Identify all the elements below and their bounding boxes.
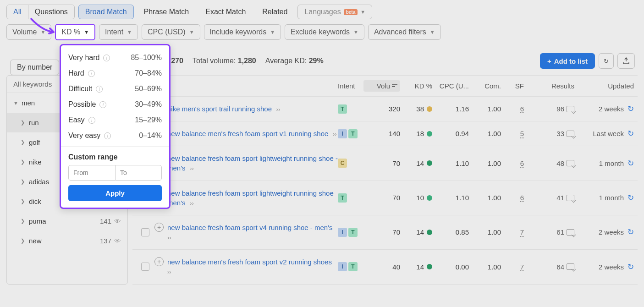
cell-sf[interactable]: 7 — [501, 228, 524, 236]
col-updated[interactable]: Updated — [574, 82, 634, 90]
chevron-right-icon: ❯ — [21, 179, 29, 185]
chevron-right-icon: ❯ — [21, 120, 29, 126]
filter-intent[interactable]: Intent▼ — [99, 24, 138, 40]
info-icon[interactable]: i — [88, 117, 95, 124]
intent-badge-I: I — [338, 129, 347, 138]
serp-icon[interactable] — [567, 160, 574, 166]
add-keyword-icon[interactable]: + — [154, 257, 164, 266]
table-row: +new balance fresh foam sport v4 running… — [132, 215, 638, 250]
filter-advanced[interactable]: Advanced filters▼ — [368, 24, 441, 40]
kd-option-label: Very hard — [68, 54, 99, 62]
cell-sf[interactable]: 6 — [501, 194, 524, 202]
refresh-icon[interactable]: ↻ — [627, 129, 634, 138]
kd-option-label: Easy — [68, 116, 85, 124]
cell-cpc: 0.00 — [432, 263, 469, 271]
apply-button[interactable]: Apply — [68, 185, 162, 201]
kd-option[interactable]: Very hardi85–100% — [61, 50, 169, 66]
col-cpc[interactable]: CPC (U... — [432, 82, 469, 90]
expand-icon: ›› — [167, 234, 171, 241]
refresh-icon[interactable]: ↻ — [627, 262, 634, 272]
cell-sf[interactable]: 6 — [501, 159, 524, 167]
col-intent[interactable]: Intent — [338, 82, 363, 90]
refresh-icon: ↻ — [604, 58, 609, 65]
serp-icon[interactable] — [567, 229, 574, 236]
col-kd[interactable]: KD % — [400, 82, 432, 90]
export-button[interactable] — [617, 53, 635, 69]
row-checkbox[interactable] — [141, 228, 149, 236]
tab-languages[interactable]: Languages beta ▼ — [297, 5, 372, 19]
keyword-link[interactable]: new balance fresh foam sport lightweight… — [167, 188, 338, 208]
tab-broad-match[interactable]: Broad Match — [78, 5, 134, 19]
cell-results: 48 — [524, 159, 574, 167]
refresh-icon[interactable]: ↻ — [627, 159, 634, 168]
row-checkbox[interactable] — [141, 263, 149, 271]
intent-badge-I: I — [338, 228, 347, 237]
expand-icon: ›› — [275, 106, 280, 113]
filter-kd[interactable]: KD %▼ — [55, 24, 95, 40]
keyword-link[interactable]: nike men's sport trail running shoe ›› — [167, 104, 280, 114]
info-icon[interactable]: i — [103, 55, 110, 61]
cell-sf[interactable]: 7 — [501, 263, 524, 271]
col-volume[interactable]: Volu — [363, 80, 400, 92]
refresh-icon[interactable]: ↻ — [627, 104, 634, 114]
kd-option[interactable]: Very easyi0–14% — [61, 128, 169, 143]
serp-icon[interactable] — [567, 263, 574, 270]
cell-intent: C — [338, 159, 363, 168]
kd-dot-icon — [427, 195, 432, 201]
keyword-link[interactable]: new balance fresh foam sport lightweight… — [167, 154, 338, 173]
info-icon[interactable]: i — [96, 86, 103, 93]
kd-option[interactable]: Possiblei30–49% — [61, 97, 169, 112]
table-row: +new balance men's fresh foam sport v2 r… — [132, 250, 638, 284]
cell-volume: 320 — [363, 105, 400, 113]
add-keyword-icon[interactable]: + — [154, 223, 164, 232]
cell-volume: 140 — [363, 130, 400, 137]
cell-com: 1.00 — [469, 194, 501, 202]
kd-dot-icon — [427, 160, 432, 166]
col-sf[interactable]: SF — [501, 82, 524, 90]
chevron-right-icon: ❯ — [21, 238, 29, 244]
refresh-icon[interactable]: ↻ — [627, 227, 634, 237]
cell-sf[interactable]: 6 — [501, 105, 524, 113]
info-icon[interactable]: i — [88, 70, 95, 77]
by-number-button[interactable]: By number — [10, 60, 59, 75]
keyword-link[interactable]: new balance men's fresh foam sport v2 ru… — [167, 257, 338, 276]
kd-to-input[interactable] — [115, 165, 162, 181]
filter-cpc[interactable]: CPC (USD)▼ — [142, 24, 200, 40]
kd-option[interactable]: Easyi15–29% — [61, 112, 169, 128]
keyword-link[interactable]: new balance fresh foam sport v4 running … — [167, 223, 338, 242]
kd-option[interactable]: Hardi70–84% — [61, 66, 169, 81]
col-com[interactable]: Com. — [469, 82, 501, 90]
sidebar-item-new[interactable]: ❯new137👁 — [7, 231, 127, 251]
cell-sf[interactable]: 5 — [501, 130, 524, 137]
serp-icon[interactable] — [567, 131, 574, 137]
kd-from-input[interactable] — [68, 165, 115, 181]
chevron-down-icon: ▼ — [360, 9, 365, 15]
kd-option-range: 70–84% — [135, 69, 162, 77]
refresh-icon[interactable]: ↻ — [627, 193, 634, 203]
kd-option[interactable]: Difficulti50–69% — [61, 81, 169, 97]
chevron-down-icon: ▼ — [430, 29, 435, 35]
cell-results: 96 — [524, 105, 574, 113]
col-results[interactable]: Results — [524, 82, 574, 90]
filter-include[interactable]: Include keywords▼ — [204, 24, 281, 40]
sidebar-item-puma[interactable]: ❯puma141👁 — [7, 211, 127, 231]
cell-intent: IT — [338, 228, 363, 237]
serp-icon[interactable] — [567, 106, 574, 112]
col-keyword[interactable]: word — [154, 82, 338, 90]
tab-exact-match[interactable]: Exact Match — [199, 5, 252, 19]
add-to-list-button[interactable]: +Add to list — [540, 53, 595, 69]
refresh-button[interactable]: ↻ — [599, 53, 614, 69]
serp-icon[interactable] — [567, 195, 574, 201]
tab-all[interactable]: All — [7, 5, 28, 19]
cell-kd: 14 — [400, 263, 432, 271]
info-icon[interactable]: i — [99, 101, 106, 108]
tab-phrase-match[interactable]: Phrase Match — [138, 5, 196, 19]
cell-intent: IT — [338, 262, 363, 271]
chevron-right-icon: ❯ — [21, 159, 29, 165]
keyword-link[interactable]: new balance men's fresh foam sport v1 ru… — [167, 129, 337, 138]
filter-exclude[interactable]: Exclude keywords▼ — [285, 24, 364, 40]
cell-kd: 18 — [400, 130, 432, 137]
tab-related[interactable]: Related — [256, 5, 294, 19]
cell-kd: 38 — [400, 105, 432, 113]
info-icon[interactable]: i — [104, 132, 111, 139]
